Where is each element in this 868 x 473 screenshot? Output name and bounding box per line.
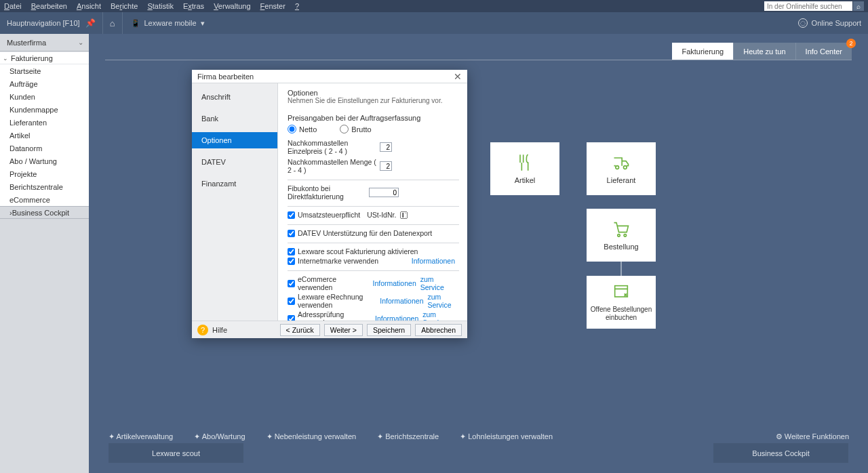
dialog-title: Firma bearbeiten xyxy=(197,73,254,81)
nav-bank[interactable]: Bank xyxy=(192,110,277,127)
input-fibu[interactable] xyxy=(369,188,399,197)
menu-fenster[interactable]: Fenster xyxy=(260,2,285,10)
dialog-firma-bearbeiten: Firma bearbeiten ✕ Anschrift Bank Option… xyxy=(192,70,467,338)
lbl-nk-menge: Nachkommastellen Menge ( 2 - 4 ) xyxy=(288,158,380,174)
link-info-adress[interactable]: Informationen xyxy=(375,314,418,321)
content-subheading: Nehmen Sie die Einstellungen zur Fakturi… xyxy=(288,97,459,104)
link-info-ecomm[interactable]: Informationen xyxy=(373,279,416,287)
menu-bearbeiten[interactable]: Bearbeiten xyxy=(31,2,67,10)
chevron-down-icon: ⌄ xyxy=(3,55,8,62)
menu-statistik[interactable]: Statistik xyxy=(147,2,174,10)
link-lohnleistungen[interactable]: ✦ Lohnleistungen verwalten xyxy=(460,432,562,440)
svg-point-3 xyxy=(624,234,627,237)
tile-artikel[interactable]: Artikel xyxy=(490,142,559,195)
help-label[interactable]: Hilfe xyxy=(212,326,227,334)
radio-netto[interactable]: Netto xyxy=(288,125,317,133)
sidebar-item-projekte[interactable]: Projekte xyxy=(0,167,89,180)
tab-heute[interactable]: Heute zu tun xyxy=(733,43,795,60)
nav-anschrift[interactable]: Anschrift xyxy=(192,89,277,105)
link-svc-adress[interactable]: zum Service xyxy=(422,310,459,321)
link-info-erech[interactable]: Informationen xyxy=(380,297,423,305)
link-artikelverwaltung[interactable]: ✦ Artikelverwaltung xyxy=(108,432,182,440)
svg-point-1 xyxy=(624,166,627,169)
sidebar-business-cockpit[interactable]: ›Business Cockpit xyxy=(0,206,89,219)
sidebar-item-abo[interactable]: Abo / Wartung xyxy=(0,155,89,167)
menu-verwaltung[interactable]: Verwaltung xyxy=(214,2,250,10)
nav-optionen[interactable]: Optionen xyxy=(192,132,277,148)
truck-icon xyxy=(612,153,631,172)
tab-fakturierung[interactable]: Fakturierung xyxy=(672,43,733,60)
order-book-icon xyxy=(612,283,631,302)
sidebar-item-auftraege[interactable]: Aufträge xyxy=(0,77,89,90)
preis-group-title: Preisangaben bei der Auftragserfassung xyxy=(288,114,459,122)
svg-point-0 xyxy=(616,166,619,169)
btn-save[interactable]: Speichern xyxy=(367,324,411,336)
nav-datev[interactable]: DATEV xyxy=(192,154,277,170)
chk-scout[interactable] xyxy=(288,248,295,255)
link-svc-erech[interactable]: zum Service xyxy=(427,293,459,309)
btn-back[interactable]: < Zurück xyxy=(280,324,320,336)
hauptnavigation-label[interactable]: Hauptnavigation [F10] xyxy=(7,19,80,27)
link-berichtszentrale[interactable]: ✦ Berichtszentrale xyxy=(377,432,448,440)
lbl-nk-einzel: Nachkommastellen Einzelpreis ( 2 - 4 ) xyxy=(288,139,380,155)
menu-extras[interactable]: Extras xyxy=(183,2,204,10)
sidebar-item-ecommerce[interactable]: eCommerce xyxy=(0,193,89,206)
link-info-internetmarke[interactable]: Informationen xyxy=(412,257,455,265)
sidebar-parent-fakturierung[interactable]: ⌄Fakturierung xyxy=(0,52,89,64)
more-functions-link[interactable]: ⚙ Weitere Funktionen xyxy=(776,432,849,441)
link-nebenleistung[interactable]: ✦ Nebenleistung verwalten xyxy=(267,432,366,440)
lbl-fibu: Fibukonto bei Direktfakturierung xyxy=(288,184,369,201)
menu-datei[interactable]: Datei xyxy=(4,2,22,10)
tile-offene-bestellungen[interactable]: Offene Bestellungen einbuchen xyxy=(587,276,656,329)
radio-brutto[interactable]: Brutto xyxy=(340,125,371,133)
menu-help[interactable]: ? xyxy=(295,2,299,10)
lexware-mobile-dropdown[interactable]: 📱 Lexware mobile ▾ xyxy=(131,19,205,28)
lexware-scout-button[interactable]: Lexware scout xyxy=(108,443,243,463)
chk-adress[interactable] xyxy=(288,315,295,321)
chk-ecommerce[interactable] xyxy=(288,280,295,287)
chevron-down-icon: ⌄ xyxy=(78,39,83,46)
chk-datev[interactable] xyxy=(288,230,295,237)
online-support-button[interactable]: ◌ Online Support xyxy=(798,18,861,28)
input-nk-einzel[interactable] xyxy=(380,142,392,152)
tile-bestellung[interactable]: Bestellung xyxy=(587,209,656,262)
notification-badge: 2 xyxy=(846,39,856,48)
sidebar-item-kunden[interactable]: Kunden xyxy=(0,90,89,103)
sidebar-item-berichtszentrale[interactable]: Berichtszentrale xyxy=(0,180,89,193)
btn-cancel[interactable]: Abbrechen xyxy=(415,324,462,336)
chk-internetmarke[interactable] xyxy=(288,258,295,265)
chk-erechnung[interactable] xyxy=(288,297,295,305)
link-svc-ecomm[interactable]: zum Service xyxy=(420,275,459,291)
headset-icon: ◌ xyxy=(798,18,808,28)
sidebar-item-lieferanten[interactable]: Lieferanten xyxy=(0,116,89,129)
business-cockpit-button[interactable]: Business Cockpit xyxy=(713,443,848,463)
input-nk-menge[interactable] xyxy=(380,161,392,171)
menu-ansicht[interactable]: Ansicht xyxy=(77,2,101,10)
help-search-button[interactable]: ⌕ xyxy=(853,1,864,11)
tab-infocenter[interactable]: Info Center2 xyxy=(795,43,852,60)
btn-next[interactable]: Weiter > xyxy=(324,324,363,336)
help-search-input[interactable] xyxy=(764,1,852,11)
tile-lieferant[interactable]: Lieferant xyxy=(587,142,656,195)
sidebar: Musterfirma⌄ ⌄Fakturierung Startseite Au… xyxy=(0,34,89,473)
nav-finanzamt[interactable]: Finanzamt xyxy=(192,176,277,192)
firm-selector[interactable]: Musterfirma⌄ xyxy=(0,34,89,52)
chk-ust[interactable] xyxy=(288,211,295,219)
sidebar-item-datanorm[interactable]: Datanorm xyxy=(0,142,89,155)
dialog-content: Optionen Nehmen Sie die Einstellungen zu… xyxy=(278,83,467,321)
sidebar-item-kundenmappe[interactable]: Kundenmappe xyxy=(0,103,89,116)
sidebar-item-startseite[interactable]: Startseite xyxy=(0,64,89,77)
menubar: Datei Bearbeiten Ansicht Berichte Statis… xyxy=(0,0,868,12)
menu-berichte[interactable]: Berichte xyxy=(111,2,138,10)
sidebar-item-artikel[interactable]: Artikel xyxy=(0,129,89,142)
cart-icon xyxy=(612,220,631,239)
lbl-ustid: USt-IdNr. xyxy=(367,211,396,219)
input-ustid[interactable] xyxy=(400,211,408,219)
help-icon[interactable]: ? xyxy=(197,325,208,335)
close-icon[interactable]: ✕ xyxy=(454,71,462,82)
content-heading: Optionen xyxy=(288,89,459,97)
home-icon[interactable]: ⌂ xyxy=(110,18,115,28)
connector-line xyxy=(620,262,622,276)
pin-icon[interactable]: 📌 xyxy=(85,18,96,28)
link-abo[interactable]: ✦ Abo/Wartung xyxy=(194,432,254,440)
